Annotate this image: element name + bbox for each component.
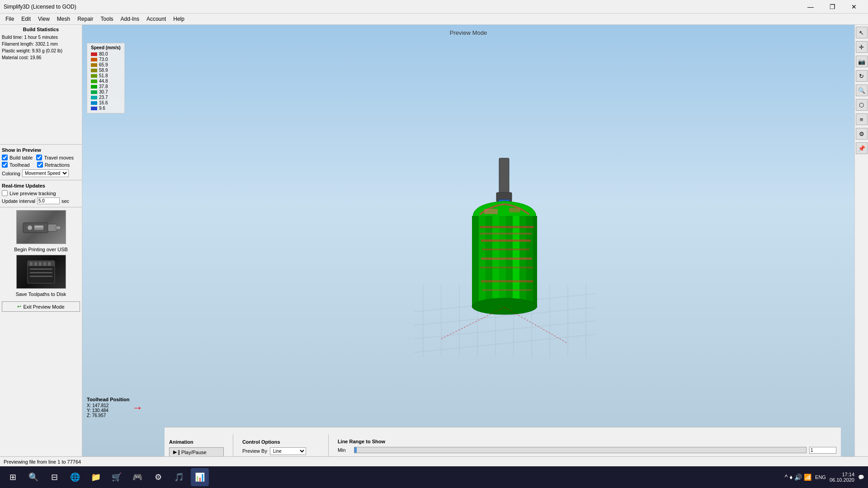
speed-legend-title: Speed (mm/s)	[91, 45, 121, 50]
legend-value-2: 73.0	[99, 57, 108, 62]
toolbar-camera-button[interactable]: 📷	[856, 56, 868, 67]
clock: 17:14 06.10.2020	[830, 472, 854, 483]
menu-mesh[interactable]: Mesh	[53, 14, 74, 25]
svg-rect-13	[30, 268, 52, 270]
menu-account[interactable]: Account	[143, 14, 170, 25]
legend-item-11: 9.6	[91, 106, 121, 111]
svg-rect-12	[48, 262, 51, 266]
sd-card-image[interactable]	[16, 255, 66, 289]
exit-preview-button[interactable]: ↩ Exit Preview Mode	[2, 301, 80, 312]
svg-rect-10	[39, 262, 42, 266]
maximize-button[interactable]: ❐	[822, 0, 843, 14]
simplify3d-taskbar-button[interactable]: 📊	[191, 468, 209, 486]
material-cost: Material cost: 19.86	[2, 54, 80, 61]
legend-color-9	[91, 96, 97, 99]
file-explorer-button[interactable]: 📁	[87, 468, 105, 486]
toolbar-pin-button[interactable]: 📌	[856, 142, 868, 154]
build-table-checkbox[interactable]	[2, 155, 8, 160]
menu-view[interactable]: View	[34, 14, 53, 25]
legend-color-2	[91, 58, 97, 61]
legend-value-9: 23.7	[99, 95, 108, 100]
travel-moves-label: Travel moves	[44, 155, 74, 160]
toolbar-cursor-button[interactable]: ↖	[856, 27, 868, 38]
preview-by-select[interactable]: Line Feature Layer	[270, 447, 306, 455]
menu-help[interactable]: Help	[170, 14, 188, 25]
svg-rect-44	[526, 216, 533, 306]
coloring-row: Coloring Movement Speed Feature Type Tem…	[2, 169, 80, 177]
menu-tools[interactable]: Tools	[97, 14, 117, 25]
update-interval-row: Update interval sec	[2, 197, 80, 204]
main-layout: Build Statistics Build time: 1 hour 5 mi…	[0, 25, 868, 477]
notification-icon[interactable]: 💬	[858, 474, 864, 480]
svg-point-54	[472, 298, 537, 314]
svg-rect-11	[43, 262, 46, 266]
legend-value-4: 58.9	[99, 68, 108, 73]
coloring-select[interactable]: Movement Speed Feature Type Temperature	[22, 169, 69, 177]
svg-rect-46	[480, 226, 534, 228]
live-tracking-row: Live preview tracking	[2, 190, 80, 196]
svg-rect-48	[481, 239, 531, 242]
toolbar-rotate-button[interactable]: ↻	[856, 70, 868, 82]
menu-addins[interactable]: Add-Ins	[117, 14, 143, 25]
toolhead-x: X: 147.812	[87, 403, 130, 408]
task-view-button[interactable]: ⊟	[45, 468, 63, 486]
play-pause-button[interactable]: ▶ ‖ Play/Pause	[169, 447, 224, 457]
play-pause-label: Play/Pause	[181, 450, 207, 455]
store-button[interactable]: 🛒	[108, 468, 126, 486]
min-slider[interactable]	[354, 447, 807, 453]
window-controls: — ❐ ✕	[800, 0, 864, 14]
preview-by-label: Preview By	[242, 448, 267, 454]
usb-image[interactable]	[16, 210, 66, 244]
live-tracking-checkbox[interactable]	[2, 190, 8, 196]
preview-by-row: Preview By Line Feature Layer	[242, 447, 319, 455]
close-button[interactable]: ✕	[844, 0, 864, 14]
toolbar-layers-button[interactable]: ≡	[856, 113, 868, 125]
legend-item-10: 16.6	[91, 100, 121, 105]
min-value-input[interactable]	[809, 447, 836, 454]
minimize-button[interactable]: —	[800, 0, 821, 14]
viewport[interactable]: Preview Mode Speed (mm/s) 80.0 73.0 65.9…	[82, 25, 854, 477]
toolhead-checkbox[interactable]	[2, 162, 8, 168]
legend-color-11	[91, 107, 97, 110]
retractions-checkbox[interactable]	[37, 162, 43, 168]
status-text: Previewing file from line 1 to 77764	[4, 459, 81, 465]
title-bar: Simplify3D (Licensed to GOD) — ❐ ✕	[0, 0, 868, 14]
build-table-row: Build table Travel moves	[2, 155, 80, 160]
svg-rect-30	[499, 158, 509, 194]
menu-file[interactable]: File	[2, 14, 18, 25]
legend-value-10: 16.6	[99, 100, 108, 105]
toolbar-cube-button[interactable]: ⬡	[856, 99, 868, 111]
legend-value-6: 44.8	[99, 79, 108, 84]
legend-item-6: 44.8	[91, 79, 121, 84]
media-button[interactable]: 🎵	[170, 468, 188, 486]
exit-preview-label: Exit Preview Mode	[23, 304, 64, 310]
start-button[interactable]: ⊞	[4, 468, 22, 486]
menu-repair[interactable]: Repair	[74, 14, 97, 25]
edge-button[interactable]: 🌐	[66, 468, 84, 486]
settings-button[interactable]: ⚙	[149, 468, 167, 486]
menu-edit[interactable]: Edit	[18, 14, 34, 25]
legend-item-7: 37.8	[91, 84, 121, 89]
legend-color-6	[91, 80, 97, 83]
taskbar-icons: ^ ♦ 🔊 📶	[785, 474, 811, 481]
preview-mode-label: Preview Mode	[450, 29, 487, 36]
travel-moves-checkbox[interactable]	[36, 155, 42, 160]
legend-color-8	[91, 90, 97, 94]
toolbar-zoom-button[interactable]: 🔍	[856, 84, 868, 96]
save-toolpaths-label: Save Toolpaths to Disk	[16, 291, 66, 297]
legend-color-3	[91, 63, 97, 67]
coloring-label: Coloring	[2, 171, 20, 176]
date-display: 06.10.2020	[830, 477, 854, 483]
toolbar-settings-button[interactable]: ⚙	[856, 128, 868, 140]
retractions-label: Retractions	[45, 162, 70, 168]
filament-length: Filament length: 3302.1 mm	[2, 41, 80, 47]
update-interval-input[interactable]	[37, 197, 60, 204]
search-button[interactable]: 🔍	[24, 468, 42, 486]
toolhead-row: Toolhead Retractions	[2, 162, 80, 168]
svg-rect-36	[472, 216, 479, 306]
play-icon: ▶	[173, 449, 177, 455]
right-toolbar: ↖ ✛ 📷 ↻ 🔍 ⬡ ≡ ⚙ 📌	[854, 25, 868, 477]
game-button[interactable]: 🎮	[128, 468, 146, 486]
toolbar-move-button[interactable]: ✛	[856, 41, 868, 53]
svg-line-55	[441, 307, 505, 339]
